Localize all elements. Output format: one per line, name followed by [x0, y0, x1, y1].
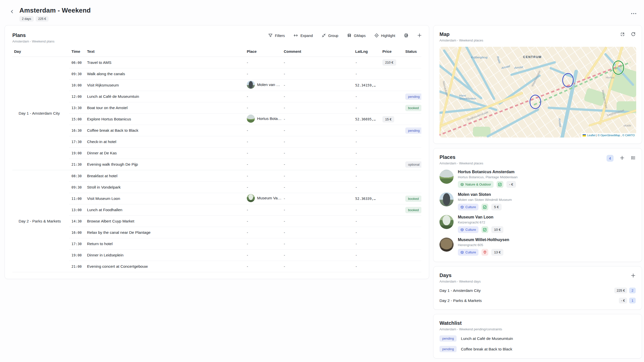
place-price-badge: - €	[506, 181, 516, 188]
row-place-empty: -	[247, 208, 248, 212]
filters-label: Filters	[275, 34, 285, 38]
day-list-item[interactable]: Day 2 - Parks & Markets - € 1	[439, 298, 636, 303]
printer-icon	[404, 33, 409, 38]
map-label: Krijtbergbrug	[471, 56, 488, 59]
table-row[interactable]: 19:00 Dinner at De Kas - - -	[69, 147, 421, 159]
map-refresh-button[interactable]	[631, 32, 636, 37]
watchlist-item[interactable]: pending Lunch at Café de Museumtuin	[439, 335, 636, 342]
place-name: Hortus Botanicus Amsterdam	[458, 170, 517, 174]
map-label: Hortus	[606, 76, 614, 79]
table-row[interactable]: 17:30 Return to hotel - - -	[69, 238, 421, 249]
gmaps-button[interactable]: GMaps	[347, 33, 366, 38]
table-row[interactable]: 19:00 Dinner in Leidseplein - - -	[69, 249, 421, 261]
row-time: 19:00	[69, 253, 87, 257]
filters-button[interactable]: Filters	[268, 33, 285, 38]
group-button[interactable]: Group	[321, 33, 338, 38]
place-price-badge: 5 €	[491, 204, 502, 210]
osm-link[interactable]: © OpenStreetMap	[598, 134, 620, 137]
table-row[interactable]: 14:30 Browse Albert Cuyp Market - - -	[69, 215, 421, 227]
row-latlng: 52.36339,…	[355, 197, 382, 201]
plans-table: Day Time Text Place Comment LatLng Price…	[12, 49, 421, 272]
day-price-badge: 225 €	[614, 288, 627, 293]
highlight-label: Highlight	[381, 34, 395, 38]
back-button[interactable]	[8, 8, 16, 16]
row-latlng: -	[355, 151, 382, 155]
add-day-button[interactable]	[631, 273, 636, 279]
table-row[interactable]: 09:30 Walk along the canals - - -	[69, 68, 421, 79]
row-text: Check-in at hotel	[87, 140, 247, 144]
expand-button[interactable]: Expand	[293, 33, 313, 38]
table-row[interactable]: 13:30 Boat tour on the Amstel - - -	[69, 102, 421, 113]
table-row[interactable]: 09:30 Stroll in Vondelpark - - -	[69, 182, 421, 193]
map[interactable]: Krijtbergbrug Rokin Amstel Amstel CENTRU…	[439, 47, 636, 138]
table-row[interactable]: 15:00 Explore Hortus Botanicus Hortus Bo…	[69, 113, 421, 125]
column-header-place: Place	[247, 49, 284, 54]
row-place-chip[interactable]: Hortus Bota…	[247, 115, 281, 123]
table-row[interactable]: 16:30 Coffee break at Back to Black - - …	[69, 125, 421, 136]
row-place-chip[interactable]: Museum Va…	[247, 194, 281, 202]
row-place-empty: -	[247, 151, 248, 155]
table-row[interactable]: 16:00 Relax by the canal near De Plantag…	[69, 227, 421, 238]
cube-icon	[460, 251, 464, 254]
row-place-empty: -	[247, 242, 248, 246]
row-text: Travel to AMS	[87, 60, 247, 65]
day-list-item[interactable]: Day 1 - Amsterdam City 225 € 2	[439, 288, 636, 293]
row-text: Relax by the canal near De Plantage	[87, 230, 247, 235]
row-comment: -	[284, 83, 355, 87]
carto-link[interactable]: © CARTO	[622, 134, 635, 137]
table-row[interactable]: 10:00 Visit Rijksmuseum Molen van …	[69, 79, 421, 91]
add-place-button[interactable]	[620, 155, 625, 161]
visited-check-icon	[481, 226, 488, 233]
map-marker[interactable]	[530, 95, 541, 109]
row-text: Walk along the canals	[87, 72, 247, 76]
table-row[interactable]: 21:30 Evening walk through De Pijp - - -	[69, 159, 421, 170]
row-latlng: -	[355, 264, 382, 268]
table-row[interactable]: 17:30 Check-in at hotel - - -	[69, 136, 421, 147]
places-title: Places	[439, 154, 636, 160]
watchlist-item[interactable]: pending Coffee break at Back to Black	[439, 346, 636, 352]
places-list-view-button[interactable]	[631, 156, 636, 161]
place-list-item[interactable]: Hortus Botanicus Amsterdam Hortus Botani…	[439, 170, 636, 188]
place-list-item[interactable]: Museum Willet-Holthuysen Herengracht 605…	[439, 238, 636, 256]
map-marker[interactable]	[613, 60, 624, 75]
table-row[interactable]: 13:00 Lunch at Foodhallen - - -	[69, 204, 421, 215]
row-latlng: -	[355, 106, 382, 110]
trip-price-badge: 225 €	[36, 16, 49, 22]
row-latlng: -	[355, 231, 382, 235]
leaflet-link[interactable]: Leaflet	[587, 134, 595, 137]
category-tag: Nature & Outdoor	[458, 181, 494, 188]
trip-days-badge: 2 days	[19, 16, 34, 22]
maximize-icon	[620, 32, 625, 37]
place-list-item[interactable]: Molen van Sloten Molen van Sloten Windmi…	[439, 192, 636, 210]
row-place-empty: -	[247, 253, 248, 257]
row-comment: -	[284, 174, 355, 178]
place-photo	[439, 238, 454, 252]
row-time: 09:30	[69, 72, 87, 76]
place-photo	[247, 194, 255, 202]
table-row[interactable]: 12:00 Lunch at Café de Museumtuin - - -	[69, 91, 421, 102]
row-time: 17:30	[69, 242, 87, 246]
place-list-item[interactable]: Museum Van Loon Keizersgracht 672 Cultur…	[439, 215, 636, 233]
table-row[interactable]: 21:00 Evening concert at Concertgebouw -…	[69, 261, 421, 272]
map-subtitle: Amsterdam - Weekend places	[439, 38, 636, 42]
arrows-horizontal-icon	[293, 33, 298, 38]
row-place-name: Museum Va…	[257, 196, 281, 200]
row-time: 17:30	[69, 140, 87, 144]
map-fullscreen-button[interactable]	[620, 32, 625, 37]
plans-table-header: Day Time Text Place Comment LatLng Price…	[12, 49, 421, 57]
table-row[interactable]: 08:30 Breakfast at hotel - - -	[69, 170, 421, 182]
column-header-text: Text	[87, 49, 247, 54]
highlight-button[interactable]: Highlight	[374, 33, 395, 38]
table-row[interactable]: 06:00 Travel to AMS - - - 21	[69, 57, 421, 68]
table-row[interactable]: 11:00 Visit Museum Loon Museum Va…	[69, 193, 421, 204]
page-menu-button[interactable]	[631, 12, 636, 15]
add-plan-button[interactable]	[417, 33, 422, 38]
map-marker[interactable]	[562, 73, 574, 87]
watchlist-subtitle: Amsterdam - Weekend pending/constraints	[439, 327, 636, 331]
row-time: 08:30	[69, 174, 87, 178]
print-button[interactable]	[404, 33, 409, 38]
row-place-chip[interactable]: Molen van …	[247, 81, 280, 89]
day-label: Day 2 - Parks & Markets	[439, 298, 619, 303]
row-place-empty: -	[247, 106, 248, 110]
row-status-badge: optional	[405, 161, 421, 168]
